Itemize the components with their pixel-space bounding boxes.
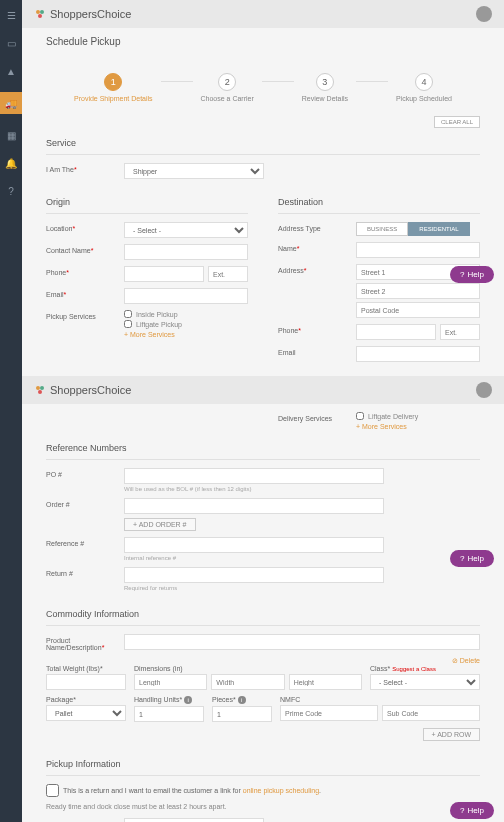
length-input[interactable] — [134, 674, 207, 690]
liftgate-pickup-check[interactable] — [124, 320, 132, 328]
dest-email-input[interactable] — [356, 346, 480, 362]
commodity-title: Commodity Information — [46, 603, 480, 626]
dest-phone-input[interactable] — [356, 324, 436, 340]
svg-point-5 — [38, 390, 42, 394]
logo: ShoppersChoice — [34, 8, 131, 20]
origin-email-input[interactable] — [124, 288, 248, 304]
svg-point-3 — [36, 386, 40, 390]
brand-text: ShoppersChoice — [50, 8, 131, 20]
nav-menu[interactable]: ☰ — [4, 8, 18, 22]
package-select[interactable]: Pallet — [46, 705, 126, 721]
contact-name-input[interactable] — [124, 244, 248, 260]
suggest-class-link[interactable]: Suggest a Class — [392, 666, 436, 672]
return-check[interactable] — [46, 784, 59, 797]
residential-toggle[interactable]: RESIDENTIAL — [408, 222, 469, 236]
order-input[interactable] — [124, 498, 384, 514]
i-am-the-select[interactable]: Shipper — [124, 163, 264, 179]
origin-ext-input[interactable] — [208, 266, 248, 282]
help-button-3[interactable]: ? Help — [450, 802, 494, 819]
info-icon[interactable]: i — [184, 696, 192, 704]
width-input[interactable] — [211, 674, 284, 690]
user-avatar-2[interactable] — [476, 382, 492, 398]
dest-name-input[interactable] — [356, 242, 480, 258]
more-delivery-services[interactable]: + More Services — [356, 423, 407, 430]
origin-title: Origin — [46, 191, 248, 214]
business-toggle[interactable]: BUSINESS — [356, 222, 408, 236]
return-input[interactable] — [124, 567, 384, 583]
topbar-2: ShoppersChoice — [22, 376, 504, 404]
pickup-note: Ready time and dock close must be at lea… — [46, 803, 480, 810]
weight-input[interactable] — [46, 674, 126, 690]
step-4[interactable]: 4Pickup Scheduled — [388, 73, 460, 102]
svg-point-1 — [40, 10, 44, 14]
delete-row-link[interactable]: ⊘ Delete — [46, 657, 480, 665]
online-scheduling-link[interactable]: online pickup scheduling — [243, 787, 319, 794]
svg-point-4 — [40, 386, 44, 390]
page-title: Schedule Pickup — [22, 28, 504, 55]
pickup-title: Pickup Information — [46, 753, 480, 776]
service-title: Service — [46, 132, 480, 155]
sub-input[interactable] — [382, 705, 480, 721]
postal-input[interactable] — [356, 302, 480, 318]
i-am-the-label: I Am The* — [46, 163, 116, 173]
nav-chart[interactable]: ▦ — [4, 128, 18, 142]
nav-bell[interactable]: 🔔 — [4, 156, 18, 170]
help-button-1[interactable]: ? Help — [450, 266, 494, 283]
step-2[interactable]: 2Choose a Carrier — [193, 73, 262, 102]
location-select[interactable]: - Select - — [124, 222, 248, 238]
topbar: ShoppersChoice — [22, 0, 504, 28]
nav-help[interactable]: ? — [4, 184, 18, 198]
liftgate-delivery-check[interactable] — [356, 412, 364, 420]
product-input[interactable] — [124, 634, 480, 650]
ref-title: Reference Numbers — [46, 437, 480, 460]
help-button-2[interactable]: ? Help — [450, 550, 494, 567]
step-1[interactable]: 1Provide Shipment Details — [66, 73, 161, 102]
clear-all-button[interactable]: CLEAR ALL — [434, 116, 480, 128]
svg-point-2 — [38, 14, 42, 18]
handling-input[interactable] — [134, 706, 204, 722]
origin-phone-input[interactable] — [124, 266, 204, 282]
add-order-button[interactable]: + ADD ORDER # — [124, 518, 196, 531]
nav-clipboard[interactable]: ▭ — [4, 36, 18, 50]
class-select[interactable]: - Select - — [370, 674, 480, 690]
more-pickup-services[interactable]: + More Services — [124, 331, 175, 338]
prime-input[interactable] — [280, 705, 378, 721]
step-3[interactable]: 3Review Details — [294, 73, 356, 102]
pieces-input[interactable] — [212, 706, 272, 722]
reference-input[interactable] — [124, 537, 384, 553]
sidebar: ☰ ▭ ▲ 🚚 ▦ 🔔 ? — [0, 0, 22, 822]
nav-alert[interactable]: ▲ — [4, 64, 18, 78]
po-input[interactable] — [124, 468, 384, 484]
add-row-button[interactable]: + ADD ROW — [423, 728, 481, 741]
svg-point-0 — [36, 10, 40, 14]
stepper: 1Provide Shipment Details 2Choose a Carr… — [46, 63, 480, 112]
street2-input[interactable] — [356, 283, 480, 299]
user-avatar[interactable] — [476, 6, 492, 22]
dest-ext-input[interactable] — [440, 324, 480, 340]
destination-title: Destination — [278, 191, 480, 214]
height-input[interactable] — [289, 674, 362, 690]
nav-truck[interactable]: 🚚 — [0, 92, 22, 114]
inside-pickup-check[interactable] — [124, 310, 132, 318]
logo-icon — [34, 8, 46, 20]
pickup-date-select[interactable]: June 21, 2019 — [124, 818, 264, 822]
